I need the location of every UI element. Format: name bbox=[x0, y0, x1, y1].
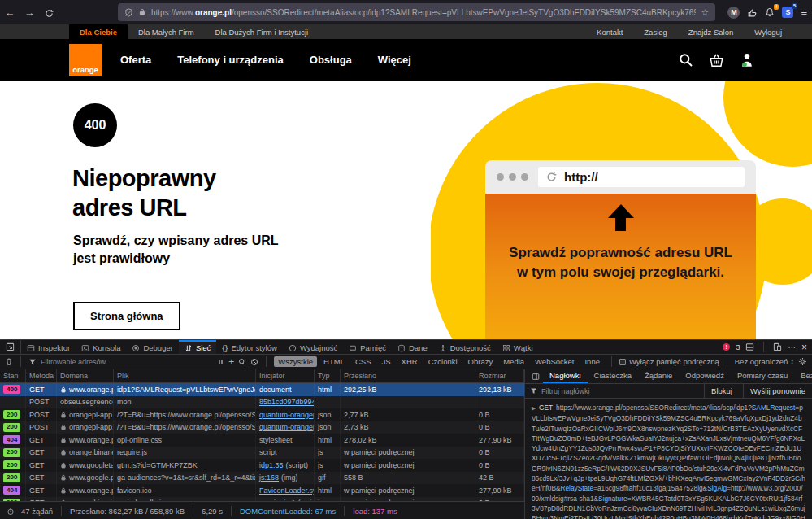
disable-cache-checkbox[interactable] bbox=[619, 359, 626, 365]
initiator-link[interactable]: idp1:35 bbox=[259, 461, 284, 469]
details-tab-odpowied[interactable]: Odpowiedź bbox=[679, 369, 731, 383]
column-header-inicjator[interactable]: Inicjator bbox=[256, 369, 315, 382]
forward-button[interactable]: → bbox=[20, 7, 39, 19]
back-button[interactable]: ← bbox=[0, 7, 20, 19]
devtools-tab-edytor-styl-w[interactable]: {}Edytor stylów bbox=[216, 340, 283, 354]
column-header-domena[interactable]: Domena bbox=[57, 369, 114, 382]
menu-hamburger-icon[interactable]: ≡ bbox=[801, 7, 807, 19]
site-topbar-link-wyloguj[interactable]: Wyloguj bbox=[754, 28, 782, 37]
site-topbar-link-znajdz-salon[interactable]: Znajdz Salon bbox=[688, 28, 733, 37]
shield-extension-icon[interactable]: S5 bbox=[782, 7, 793, 18]
details-tab-danie[interactable]: Żądanie bbox=[638, 369, 679, 383]
details-tab-ciasteczka[interactable]: Ciasteczka bbox=[588, 369, 638, 383]
column-header-typ[interactable]: Typ bbox=[315, 369, 341, 382]
meatball-menu-icon[interactable]: ··· bbox=[788, 342, 796, 351]
bookmark-star-icon[interactable]: ☆ bbox=[701, 7, 709, 18]
type-filter-obrazy[interactable]: Obrazy bbox=[464, 356, 497, 367]
network-request-row[interactable]: POST obseu.segreencolumn... mon 85b1cd09… bbox=[0, 396, 524, 409]
site-topbar-link-kontakt[interactable]: Kontakt bbox=[597, 28, 623, 37]
type-filter-czcionki[interactable]: Czcionki bbox=[424, 356, 462, 367]
network-filter-input[interactable] bbox=[41, 358, 213, 366]
responsive-design-icon[interactable] bbox=[773, 342, 782, 351]
block-button[interactable]: Blokuj bbox=[704, 384, 739, 398]
disable-cache-control[interactable]: Wyłącz pamięć podręczną bbox=[619, 357, 719, 366]
domcontentloaded-time[interactable]: DOMContentLoaded: 67 ms bbox=[240, 507, 336, 516]
tracking-protection-shield-icon[interactable] bbox=[124, 8, 133, 17]
type-filter-html[interactable]: HTML bbox=[319, 356, 349, 367]
pause-icon[interactable] bbox=[217, 358, 224, 366]
devtools-tab-dost-pno[interactable]: Dostępność bbox=[433, 340, 497, 354]
type-filter-inne[interactable]: Inne bbox=[580, 356, 604, 367]
hand-extension-icon[interactable] bbox=[747, 7, 758, 18]
m-extension-icon[interactable]: M bbox=[727, 7, 740, 19]
pick-element-button[interactable] bbox=[0, 340, 21, 354]
details-tab-pomiary-czasu[interactable]: Pomiary czasu bbox=[731, 369, 794, 383]
initiator-link[interactable]: 85b1cd097db99449de... bbox=[259, 398, 315, 406]
devtools-tab-debuger[interactable]: Debuger bbox=[126, 340, 178, 354]
site-topbar-tab-dla-ciebie[interactable]: Dla Ciebie bbox=[69, 24, 128, 39]
devtools-tab-wydajno[interactable]: Wydajność bbox=[283, 340, 343, 354]
details-tab-nag-wki[interactable]: Nagłówki bbox=[543, 369, 588, 383]
home-button[interactable]: Strona główna bbox=[73, 302, 180, 330]
network-request-row[interactable]: 200 POST orangepl-app.qua... /?T=B&u=htt… bbox=[0, 421, 524, 434]
site-topbar-link-zasieg[interactable]: Zasieg bbox=[644, 28, 667, 37]
devtools-tab-dane[interactable]: Dane bbox=[392, 340, 433, 354]
initiator-link[interactable]: js:168 bbox=[259, 473, 279, 482]
details-panel-icon[interactable] bbox=[528, 369, 543, 383]
network-request-row[interactable]: 200 GET orange.binaries.pl require.js sc… bbox=[0, 447, 524, 460]
expand-caret-icon[interactable]: ▶ bbox=[532, 405, 536, 411]
initiator-link[interactable]: quantum-orangepl.js:... bbox=[259, 423, 315, 431]
nav-item-oferta[interactable]: Oferta bbox=[120, 54, 151, 66]
add-request-icon[interactable]: + bbox=[228, 356, 234, 368]
account-icon[interactable] bbox=[739, 52, 755, 68]
network-request-row[interactable]: 200 POST orangepl-app.qua... /?T=B&u=htt… bbox=[0, 408, 524, 421]
site-topbar-tab-dla-ma-ych-firm[interactable]: Dla Małych Firm bbox=[128, 24, 205, 39]
column-header-metoda[interactable]: Metoda bbox=[26, 369, 57, 382]
request-headers-content[interactable]: ▶GEThttps://www.orange.pl/opensso/SSORed… bbox=[525, 399, 812, 519]
search-requests-icon[interactable] bbox=[238, 358, 246, 366]
headers-filter-input[interactable] bbox=[541, 387, 700, 395]
load-time[interactable]: load: 137 ms bbox=[353, 507, 397, 516]
resend-button[interactable]: Wyślij ponownie bbox=[743, 384, 812, 398]
error-count-icon[interactable]: ! bbox=[723, 343, 730, 351]
devtools-tab-w-tki[interactable]: Wątki bbox=[497, 340, 539, 354]
devtools-tab-konsola[interactable]: Konsola bbox=[76, 340, 126, 354]
details-tab-bezpiecze-stwo[interactable]: Bezpieczeństwo bbox=[794, 369, 812, 383]
column-header-plik[interactable]: Plik bbox=[114, 369, 256, 382]
type-filter-wszystkie[interactable]: Wszystkie bbox=[274, 356, 317, 367]
basket-icon[interactable] bbox=[708, 52, 725, 68]
initiator-link[interactable]: FaviconLoader.sys.mjs... bbox=[259, 486, 315, 495]
column-header-stan[interactable]: Stan bbox=[0, 369, 26, 382]
nav-item-wi-cej[interactable]: Więcej bbox=[378, 54, 411, 66]
column-header-przes-ano[interactable]: Przesłano bbox=[341, 369, 475, 382]
throttling-dropdown[interactable]: Bez ograniczeń ↕ bbox=[735, 357, 794, 366]
clear-requests-icon[interactable] bbox=[5, 357, 13, 366]
search-icon[interactable] bbox=[678, 52, 694, 68]
network-request-row[interactable]: 200 GET www.google.pl ga-audiences?v=1&t… bbox=[0, 472, 524, 485]
column-header-rozmiar[interactable]: Rozmiar bbox=[475, 369, 524, 382]
devtools-tab-inspektor[interactable]: Inspektor bbox=[21, 340, 76, 354]
network-request-row[interactable]: 400 GET www.orange.pl idp1?SAMLRequest=p… bbox=[0, 383, 524, 396]
type-filter-css[interactable]: CSS bbox=[351, 356, 376, 367]
network-settings-gear-icon[interactable] bbox=[798, 357, 807, 366]
split-console-icon[interactable] bbox=[745, 342, 754, 351]
nav-item-obs-uga[interactable]: Obsługa bbox=[310, 54, 352, 66]
devtools-tab-pami[interactable]: Pamięć bbox=[343, 340, 392, 354]
bell-extension-icon[interactable]: ! bbox=[765, 7, 775, 17]
initiator-link[interactable]: quantum-orangepl.js:... bbox=[259, 411, 315, 419]
orange-logo[interactable]: orange bbox=[69, 44, 102, 76]
lock-icon[interactable] bbox=[138, 8, 146, 16]
type-filter-websocket[interactable]: WebSocket bbox=[531, 356, 578, 367]
devtools-tab-sie[interactable]: Sieć bbox=[179, 340, 216, 354]
type-filter-media[interactable]: Media bbox=[499, 356, 528, 367]
type-filter-xhr[interactable]: XHR bbox=[397, 356, 422, 367]
network-request-row[interactable]: 404 GET www.orange.pl favicon.ico Favico… bbox=[0, 484, 524, 497]
type-filter-js[interactable]: JS bbox=[378, 356, 395, 367]
block-request-icon[interactable] bbox=[250, 358, 258, 366]
nav-item-telefony-i-urz-dzenia[interactable]: Telefony i urządzenia bbox=[177, 54, 284, 66]
close-devtools-icon[interactable]: × bbox=[801, 342, 807, 353]
network-request-row[interactable]: 200 GET www.googletagm... gtm.js?id=GTM-… bbox=[0, 459, 524, 472]
url-bar[interactable]: https://www.orange.pl/opensso/SSORedirec… bbox=[118, 3, 715, 21]
network-request-row[interactable]: 404 GET www.orange.pl opl-online.css sty… bbox=[0, 434, 524, 447]
site-topbar-tab-dla-du-ych-firm-i-instytucji[interactable]: Dla Dużych Firm i Instytucji bbox=[205, 24, 319, 39]
